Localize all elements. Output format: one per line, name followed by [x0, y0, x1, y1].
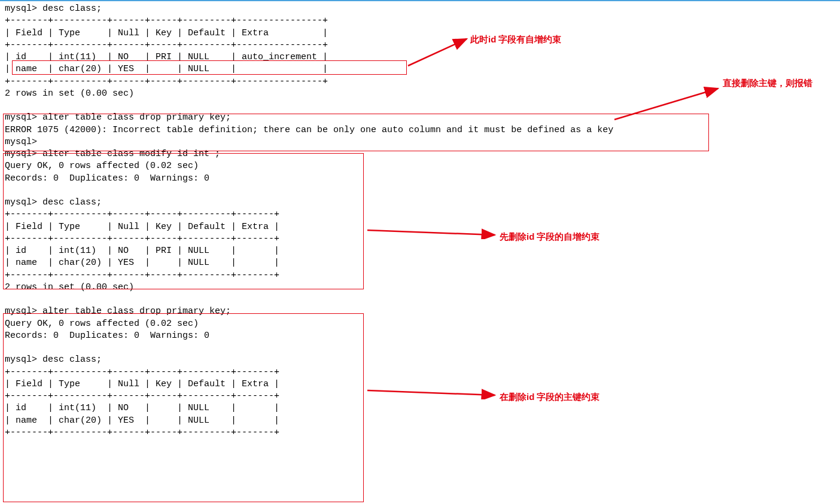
table-separator: +-------+----------+------+-----+-------…: [5, 390, 840, 402]
annotation-auto-increment: 此时id 字段有自增约束: [470, 33, 562, 45]
table-separator: +-------+----------+------+-----+-------…: [5, 233, 840, 245]
table-separator: +-------+----------+------+-----+-------…: [5, 366, 840, 378]
cmd-desc-2: mysql> desc class;: [5, 197, 840, 209]
table-row-id: | id | int(11) | NO | PRI | NULL | |: [5, 245, 840, 257]
table-header: | Field | Type | Null | Key | Default | …: [5, 221, 840, 233]
table-separator: +-------+----------+------+-----+-------…: [5, 427, 840, 439]
table-separator: +-------+----------+------+-----+-------…: [5, 39, 840, 51]
result-line: 2 rows in set (0.00 sec): [5, 88, 840, 100]
annotation-remove-auto: 先删除id 字段的自增约束: [500, 231, 600, 243]
table-row-id: | id | int(11) | NO | PRI | NULL | auto_…: [5, 51, 840, 63]
mysql-prompt: mysql>: [5, 136, 840, 148]
table-header: | Field | Type | Null | Key | Default | …: [5, 28, 840, 39]
result-line: 2 rows in set (0.00 sec): [5, 282, 840, 294]
cmd-drop-pk-2: mysql> alter table class drop primary ke…: [5, 306, 840, 317]
cmd-modify: mysql> alter table class modify id int ;: [5, 148, 840, 160]
query-ok: Query OK, 0 rows affected (0.02 sec): [5, 318, 840, 330]
table-row-name: | name | char(20) | YES | | NULL | |: [5, 63, 840, 75]
annotation-drop-error: 直接删除主键，则报错: [723, 77, 812, 89]
records-line: Records: 0 Duplicates: 0 Warnings: 0: [5, 173, 840, 185]
table-separator: +-------+----------+------+-----+-------…: [5, 15, 840, 27]
cmd-desc-3: mysql> desc class;: [5, 354, 840, 366]
cmd-desc-1: mysql> desc class;: [5, 3, 840, 15]
table-row-name: | name | char(20) | YES | | NULL | |: [5, 415, 840, 427]
terminal-output: mysql> desc class; +-------+----------+-…: [5, 3, 840, 439]
table-separator: +-------+----------+------+-----+-------…: [5, 270, 840, 282]
annotation-remove-pk: 在删除id 字段的主键约束: [500, 391, 600, 403]
table-row-id: | id | int(11) | NO | | NULL | |: [5, 402, 840, 414]
table-separator: +-------+----------+------+-----+-------…: [5, 76, 840, 88]
cmd-drop-pk-1: mysql> alter table class drop primary ke…: [5, 112, 840, 124]
query-ok: Query OK, 0 rows affected (0.02 sec): [5, 160, 840, 172]
table-row-name: | name | char(20) | YES | | NULL | |: [5, 257, 840, 269]
table-header: | Field | Type | Null | Key | Default | …: [5, 378, 840, 390]
table-separator: +-------+----------+------+-----+-------…: [5, 209, 840, 221]
records-line: Records: 0 Duplicates: 0 Warnings: 0: [5, 330, 840, 342]
error-line: ERROR 1075 (42000): Incorrect table defi…: [5, 124, 840, 136]
